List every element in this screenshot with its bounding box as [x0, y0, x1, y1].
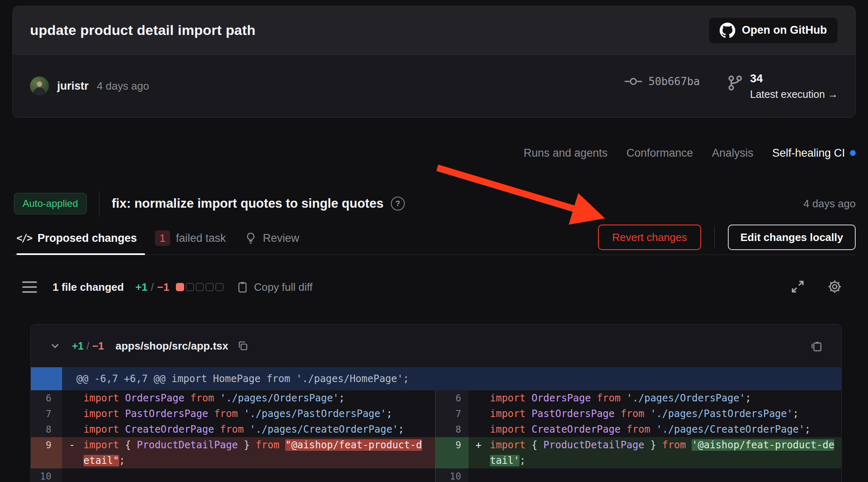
toolbar-deletions: −1	[157, 281, 169, 294]
failed-count-badge: 1	[155, 230, 170, 246]
chevron-down-icon[interactable]	[49, 340, 61, 352]
file-deletions: −1	[92, 340, 104, 352]
help-icon[interactable]: ?	[391, 197, 405, 211]
line-number-rgt-9: 9	[435, 437, 469, 468]
toolbar-slash: /	[151, 281, 154, 294]
commit-title-bar: update product detail import path Open o…	[13, 6, 855, 55]
copy-full-diff-label: Copy full diff	[254, 281, 313, 294]
gear-icon[interactable]	[827, 279, 843, 294]
author-timestamp: 4 days ago	[97, 80, 149, 93]
git-branch-icon	[726, 74, 743, 92]
tab-self-healing-ci[interactable]: Self-healing CI	[772, 147, 856, 160]
line-number-lft-9: 9	[31, 437, 62, 468]
copy-full-diff-button[interactable]: Copy full diff	[236, 280, 313, 294]
diff-marker: -	[69, 437, 83, 453]
page-title: update product detail import path	[30, 22, 256, 38]
top-tabs: Runs and agentsConformanceAnalysisSelf-h…	[524, 142, 856, 164]
tab-proposed-changes-label: Proposed changes	[37, 232, 137, 245]
author-row: juristr 4 days ago	[30, 76, 149, 95]
commit-meta: 50b667ba 34 Latest execution →	[624, 72, 838, 100]
red-arrow-annotation	[427, 162, 621, 236]
execution-group: 34 Latest execution →	[726, 72, 838, 100]
change-block-empty	[186, 283, 194, 291]
line-number-rgt-7: 7	[435, 406, 469, 422]
commit-sha-group[interactable]: 50b667ba	[624, 75, 700, 88]
tab-conformance[interactable]: Conformance	[626, 147, 693, 160]
active-tab-underline	[16, 253, 145, 255]
line-number-lft-10: 10	[31, 468, 62, 482]
open-on-github-label: Open on GitHub	[742, 24, 827, 37]
line-number-lft-6: 6	[31, 390, 62, 406]
change-block-empty	[196, 283, 204, 291]
code-line-right-6: import OrdersPage from './pages/OrdersPa…	[469, 390, 841, 406]
code-line-right-8: import CreateOrderPage from './pages/Cre…	[469, 422, 841, 437]
diff-toolbar-right	[790, 279, 843, 294]
vertical-divider	[99, 191, 99, 216]
tab-label: Conformance	[626, 147, 693, 160]
execution-count: 34	[750, 72, 838, 85]
file-name: apps/shop/src/app.tsx	[115, 340, 229, 352]
revert-changes-button[interactable]: Revert changes	[598, 225, 701, 250]
tab-label: Analysis	[712, 147, 753, 160]
copy-file-diff-icon[interactable]	[809, 339, 823, 353]
github-icon	[720, 23, 735, 38]
copy-filename-icon[interactable]	[237, 340, 249, 352]
edit-changes-locally-button[interactable]: Edit changes locally	[728, 225, 856, 250]
toolbar-additions: +1	[135, 281, 148, 294]
file-list-menu-icon[interactable]	[22, 281, 37, 293]
code-line-left-6: import OrdersPage from './pages/OrdersPa…	[62, 390, 435, 406]
change-blocks	[176, 283, 224, 291]
button-divider	[714, 227, 715, 248]
change-block-empty	[205, 283, 214, 291]
line-number-rgt-10: 10	[435, 468, 469, 482]
open-on-github-button[interactable]: Open on GitHub	[709, 17, 838, 44]
change-block-filled	[176, 283, 184, 291]
clipboard-icon	[236, 280, 249, 294]
code-line-left-8: import CreateOrderPage from './pages/Cre…	[62, 422, 435, 437]
file-slash: /	[87, 340, 90, 352]
line-number-lft-8: 8	[31, 422, 62, 437]
files-changed-label: 1 file changed	[53, 281, 124, 294]
code-line-left-10	[62, 468, 435, 482]
hunk-gutter	[31, 367, 62, 390]
code-line-right-10	[469, 468, 841, 482]
tab-label: Self-healing CI	[772, 147, 845, 160]
avatar	[30, 76, 49, 95]
tab-analysis[interactable]: Analysis	[712, 147, 753, 160]
fix-timestamp: 4 days ago	[803, 197, 856, 210]
author-name: juristr	[57, 80, 89, 93]
line-number-rgt-6: 6	[435, 390, 469, 406]
diff-marker: +	[476, 437, 490, 453]
fix-sub-tabs: </> Proposed changes 1 failed task Revie…	[16, 226, 299, 250]
tab-failed-task-label: failed task	[176, 232, 226, 245]
file-diff-card: +1 / −1 apps/shop/src/app.tsx @@ -6,7 +6…	[30, 324, 842, 482]
fix-actions: Revert changes Edit changes locally	[598, 225, 856, 250]
tab-proposed-changes[interactable]: </> Proposed changes	[16, 232, 137, 245]
hunk-header: @@ -6,7 +6,7 @@ import HomePage from './…	[62, 367, 841, 390]
code-line-left-7: import PastOrdersPage from './pages/Past…	[62, 406, 435, 422]
tab-failed-task[interactable]: 1 failed task	[155, 230, 226, 246]
latest-execution-link[interactable]: Latest execution →	[750, 88, 838, 100]
auto-applied-badge: Auto-applied	[14, 193, 87, 214]
diff-toolbar: 1 file changed +1 / −1 Copy full diff	[22, 276, 313, 298]
commit-icon	[624, 76, 643, 87]
diff-table: @@ -6,7 +6,7 @@ import HomePage from './…	[31, 367, 841, 482]
code-line-right-7: import PastOrdersPage from './pages/Past…	[469, 406, 841, 422]
tab-review-label: Review	[263, 232, 300, 245]
lightbulb-icon	[244, 231, 257, 245]
fix-title: fix: normalize import quotes to single q…	[112, 196, 383, 211]
commit-meta-bar: juristr 4 days ago 50b667ba 34 Latest ex…	[13, 55, 855, 117]
change-block-empty	[215, 283, 224, 291]
file-diff-header: +1 / −1 apps/shop/src/app.tsx	[31, 324, 841, 367]
file-additions: +1	[72, 340, 84, 352]
commit-sha: 50b667ba	[649, 75, 700, 88]
fix-header-row: Auto-applied fix: normalize import quote…	[14, 190, 405, 217]
code-line-right-9: +import { ProductDetailPage } from '@ais…	[469, 437, 841, 468]
tab-runs-and-agents[interactable]: Runs and agents	[524, 147, 607, 160]
tab-label: Runs and agents	[524, 147, 607, 160]
line-number-rgt-8: 8	[435, 422, 469, 437]
code-icon: </>	[16, 232, 32, 244]
tab-review[interactable]: Review	[244, 231, 300, 245]
commit-header-card: update product detail import path Open o…	[12, 6, 856, 118]
expand-icon[interactable]	[790, 279, 806, 294]
